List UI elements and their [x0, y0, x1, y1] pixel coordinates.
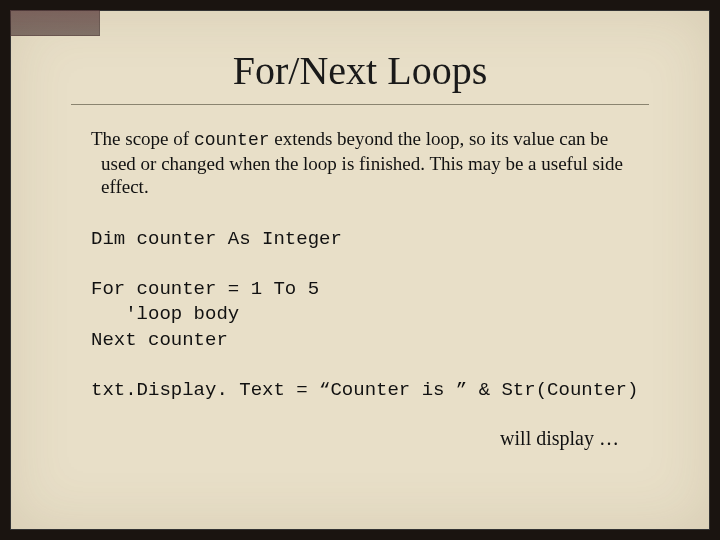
- paragraph-pre: The scope of: [91, 128, 194, 149]
- slide: For/Next Loops The scope of counter exte…: [10, 10, 710, 530]
- slide-title: For/Next Loops: [61, 47, 659, 94]
- body-paragraph: The scope of counter extends beyond the …: [91, 127, 629, 199]
- code-loop: For counter = 1 To 5 'loop body Next cou…: [91, 277, 629, 354]
- corner-decoration: [10, 10, 100, 36]
- footer-text: will display …: [61, 427, 619, 450]
- title-rule: [71, 104, 649, 105]
- code-declaration: Dim counter As Integer: [91, 227, 629, 253]
- code-output: txt.Display. Text = “Counter is ” & Str(…: [91, 378, 629, 404]
- paragraph-inline-code: counter: [194, 130, 270, 150]
